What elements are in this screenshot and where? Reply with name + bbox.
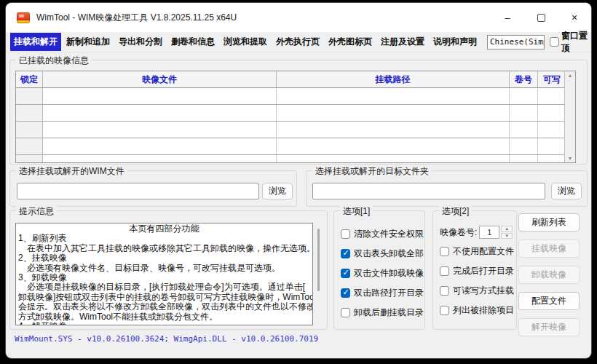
unmount-image-button[interactable]: 卸载映像: [518, 266, 580, 284]
topmost-label: 窗口置顶: [561, 30, 591, 55]
cell-volume[interactable]: [510, 138, 538, 154]
cell-mount-path[interactable]: [277, 105, 510, 121]
cell-writable[interactable]: [538, 105, 566, 121]
col-image-file[interactable]: 映像文件: [43, 71, 277, 87]
checkbox-icon[interactable]: [440, 306, 449, 315]
tab-mount-unpack[interactable]: 挂载和解开: [10, 33, 61, 51]
checkbox-icon[interactable]: [440, 247, 449, 256]
col-volume[interactable]: 卷号: [510, 71, 538, 87]
option-label: 清除文件安全权限: [354, 228, 424, 240]
cell-image-file[interactable]: [43, 155, 277, 163]
config-file-button[interactable]: 配置文件: [518, 292, 580, 310]
hint-line: 卸载映像]按钮或双击列表中的挂载的卷号卸载可写方式挂载映像时，WimTool: [18, 293, 310, 302]
unpack-image-button[interactable]: 解开映像: [518, 318, 580, 336]
cell-image-file[interactable]: [43, 138, 277, 154]
option-open-dir-after[interactable]: 完成后打开目录: [440, 266, 514, 276]
checkbox-icon[interactable]: [341, 229, 350, 239]
cell-volume[interactable]: [510, 88, 538, 104]
checkbox-icon[interactable]: [341, 288, 350, 298]
row-header-cell[interactable]: [16, 122, 43, 138]
option-clear-acl[interactable]: 清除文件安全权限: [341, 229, 424, 239]
target-folder-group: 选择挂载或解开的目标文件夹 浏览: [306, 170, 588, 207]
volume-number-input[interactable]: 1: [479, 226, 499, 239]
spin-down-icon[interactable]: ▼: [501, 233, 513, 239]
table-row[interactable]: [16, 122, 575, 138]
col-lock[interactable]: 锁定: [16, 71, 43, 87]
row-header-cell[interactable]: [16, 105, 43, 121]
option-delete-mount-dir[interactable]: 卸载后删挂载目录: [341, 307, 424, 317]
cell-writable[interactable]: [538, 138, 566, 154]
table-row[interactable]: [16, 105, 575, 122]
checkbox-icon[interactable]: [341, 269, 350, 278]
cell-writable[interactable]: [538, 88, 566, 104]
mounted-images-group-label: 已挂载的映像信息: [16, 55, 92, 67]
checkbox-icon[interactable]: [440, 266, 449, 276]
cell-volume[interactable]: [510, 105, 538, 121]
cell-image-file[interactable]: [43, 105, 277, 121]
table-header[interactable]: 锁定 映像文件 挂载路径 卷号 可写: [16, 71, 575, 88]
target-folder-group-label: 选择挂载或解开的目标文件夹: [312, 165, 432, 178]
hint-scrollbar-thumb[interactable]: [317, 229, 320, 291]
tab-shell-icon[interactable]: 外壳图标页: [325, 33, 376, 51]
hint-textbox[interactable]: 本页有四部分功能 1、刷新列表 在表中加入其它工具挂载的映像或移除其它工具卸载的…: [15, 223, 313, 325]
cell-mount-path[interactable]: [277, 138, 510, 154]
cell-volume[interactable]: [510, 155, 538, 163]
maximize-button[interactable]: [524, 3, 558, 32]
cell-image-file[interactable]: [43, 88, 277, 104]
cell-volume[interactable]: [510, 122, 538, 138]
topmost-checkbox-row[interactable]: 窗口置顶: [550, 30, 591, 55]
spin-up-icon[interactable]: ▲: [501, 226, 513, 232]
row-header-cell[interactable]: [16, 88, 43, 104]
table-row[interactable]: [16, 88, 575, 105]
tab-register-settings[interactable]: 注册及设置: [377, 33, 428, 51]
tab-browse-extract[interactable]: 浏览和提取: [220, 33, 271, 51]
checkbox-icon[interactable]: [341, 249, 350, 258]
row-header-cell[interactable]: [16, 155, 43, 163]
cell-mount-path[interactable]: [277, 155, 510, 163]
hint-group: 提示信息 本页有四部分功能 1、刷新列表 在表中加入其它工具挂载的映像或移除其它…: [9, 210, 328, 330]
cell-writable[interactable]: [538, 122, 566, 138]
title-bar[interactable]: WimTool - WIM映像处理工具 V1.8.2025.11.25 x64U…: [6, 3, 591, 32]
minimize-button[interactable]: –: [491, 3, 524, 32]
checkbox-icon[interactable]: [550, 37, 559, 47]
row-header-cell[interactable]: [16, 138, 43, 154]
option-no-config-file[interactable]: 不使用配置文件: [440, 246, 514, 256]
tab-about[interactable]: 说明和声明: [430, 33, 481, 51]
scroll-down-icon[interactable]: ▼: [568, 156, 573, 161]
language-select[interactable]: Chinese(Simp ∨: [487, 35, 545, 50]
table-row[interactable]: [16, 138, 575, 155]
close-button[interactable]: ×: [558, 3, 591, 32]
target-folder-input[interactable]: [312, 183, 545, 199]
tab-new-append[interactable]: 新制和追加: [63, 33, 114, 51]
target-folder-browse-button[interactable]: 浏览: [551, 183, 582, 199]
mount-image-button[interactable]: 挂载映像: [518, 240, 580, 258]
refresh-list-button[interactable]: 刷新列表: [518, 213, 580, 232]
option-dblclick-file-unmount[interactable]: 双击文件卸载映像: [341, 268, 424, 278]
hint-line: 方式卸载映像。WimTool不能挂载或卸载分包文件。: [18, 312, 310, 322]
wim-file-input[interactable]: [17, 183, 259, 199]
hint-line: 2、挂载映像: [18, 253, 310, 263]
option-label: 双击路径打开目录: [354, 287, 424, 299]
table-scrollbar[interactable]: ▲ ▼: [564, 71, 575, 162]
cell-writable[interactable]: [538, 155, 566, 163]
wim-file-group: 选择挂载或解开的WIM文件 浏览: [9, 170, 297, 207]
cell-mount-path[interactable]: [277, 122, 510, 138]
col-writable[interactable]: 可写: [538, 71, 566, 87]
option-dblclick-header-unmount-all[interactable]: 双击表头卸载全部: [341, 248, 424, 258]
checkbox-icon[interactable]: [341, 308, 350, 317]
wim-file-browse-button[interactable]: 浏览: [262, 183, 293, 199]
option-list-excluded[interactable]: 列出被排除项目: [440, 305, 514, 315]
scroll-up-icon[interactable]: ▲: [568, 73, 573, 78]
table-row[interactable]: [16, 155, 575, 163]
col-mount-path[interactable]: 挂载路径: [277, 71, 510, 87]
checkbox-icon[interactable]: [440, 286, 449, 296]
tab-export-split[interactable]: 导出和分割: [115, 33, 166, 51]
cell-image-file[interactable]: [43, 122, 277, 138]
tab-shell-exec[interactable]: 外壳执行页: [272, 33, 323, 51]
hint-line: 会提示。双击表头将以不修改方卸载全部映像，双击列表中的文件也以不修改: [18, 302, 310, 312]
option-mount-readwrite[interactable]: 可读写方式挂载: [440, 285, 514, 296]
option-dblclick-path-open[interactable]: 双击路径打开目录: [341, 288, 424, 298]
tab-delete-info[interactable]: 删卷和信息: [167, 33, 218, 51]
cell-mount-path[interactable]: [277, 88, 510, 104]
hint-line: 在表中加入其它工具挂载的映像或移除其它工具卸载的映像，操作无选项。: [18, 244, 310, 253]
